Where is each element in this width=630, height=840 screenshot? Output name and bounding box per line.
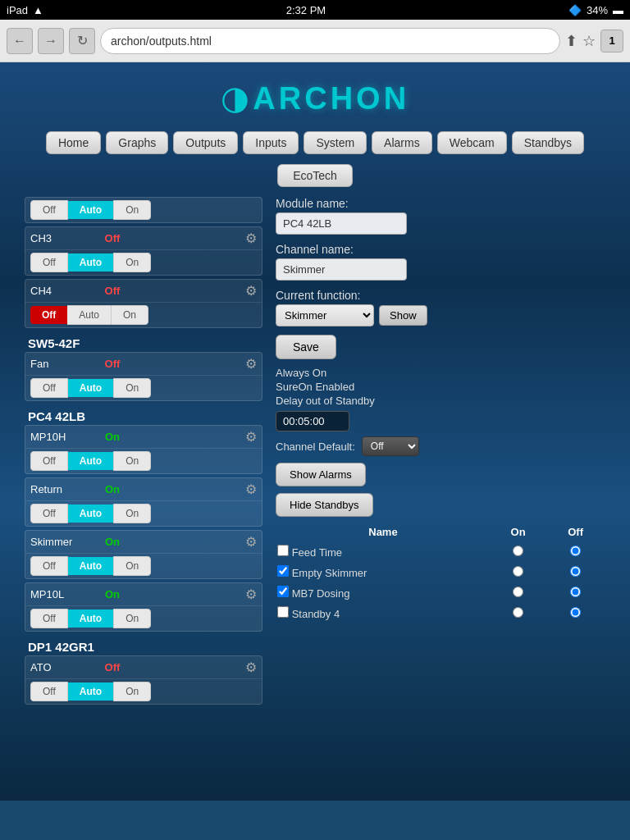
nav-system[interactable]: System [304, 131, 367, 154]
pc4-header: PC4 42LB [25, 404, 262, 425]
status-left: iPad ▲ [7, 4, 43, 16]
ch3-on-button[interactable]: On [113, 253, 151, 272]
url-bar[interactable]: archon/outputs.html [100, 28, 560, 54]
nav-alarms[interactable]: Alarms [372, 131, 432, 154]
save-button[interactable]: Save [276, 335, 336, 359]
nav-webcam[interactable]: Webcam [437, 131, 507, 154]
mp10h-status: On [88, 431, 137, 443]
function-select[interactable]: Skimmer [276, 304, 374, 326]
carrier-label: iPad [7, 4, 28, 16]
back-button[interactable]: ← [7, 28, 33, 54]
standby4-off-radio[interactable] [570, 607, 581, 618]
mp10h-on-button[interactable]: On [113, 451, 151, 471]
channel-default-select[interactable]: Off On [362, 436, 419, 456]
standby4-label: Standby 4 [292, 608, 340, 620]
ch3-auto-button[interactable]: Auto [68, 253, 113, 272]
tab-count[interactable]: 1 [600, 30, 623, 52]
skimmer-group: Skimmer On ⚙ Off Auto On [25, 530, 262, 579]
return-on-button[interactable]: On [113, 504, 151, 523]
return-toggle-row: Off Auto On [25, 501, 262, 526]
skimmer-status: On [88, 536, 137, 548]
mp10h-gear-icon[interactable]: ⚙ [245, 429, 257, 445]
standbys-off-header: Off [547, 523, 604, 541]
mp10l-on-button[interactable]: On [113, 609, 151, 628]
forward-button[interactable]: → [38, 28, 64, 54]
function-group: Current function: Skimmer Show [276, 289, 605, 326]
reload-button[interactable]: ↻ [69, 28, 95, 54]
return-auto-button[interactable]: Auto [68, 504, 113, 523]
standby-name-mb7dosing: MB7 Dosing [277, 583, 489, 602]
ato-on-button[interactable]: On [113, 682, 151, 701]
feedtime-off-radio[interactable] [570, 546, 581, 556]
mp10l-off-button[interactable]: Off [30, 609, 68, 628]
skimmer-on-button[interactable]: On [113, 556, 151, 576]
ch4-off-button[interactable]: Off [30, 306, 67, 324]
standby4-on-radio[interactable] [513, 607, 523, 618]
mp10h-off-button[interactable]: Off [30, 451, 68, 471]
ch4-group: CH4 Off ⚙ Off Auto On [25, 279, 262, 328]
ecotech-button[interactable]: EcoTech [277, 164, 353, 187]
ato-gear-icon[interactable]: ⚙ [245, 660, 257, 675]
skimmer-auto-button[interactable]: Auto [68, 557, 113, 575]
nav-standbys[interactable]: Standbys [512, 131, 584, 154]
mp10l-gear-icon[interactable]: ⚙ [245, 587, 257, 602]
emptyskimmer-on-cell [491, 563, 546, 582]
table-row: MB7 Dosing [277, 583, 604, 602]
skimmer-toggle-row: Off Auto On [25, 554, 262, 578]
emptyskimmer-checkbox[interactable] [277, 565, 289, 577]
top-auto-button[interactable]: Auto [68, 201, 113, 219]
share-icon[interactable]: ⬆ [565, 32, 578, 50]
emptyskimmer-on-radio[interactable] [513, 566, 523, 577]
mp10l-auto-button[interactable]: Auto [68, 609, 113, 628]
sw5-header: SW5-42F [25, 331, 262, 352]
standby4-checkbox[interactable] [277, 606, 289, 618]
nav-home[interactable]: Home [46, 131, 101, 154]
ch4-row: CH4 Off ⚙ [25, 280, 262, 303]
emptyskimmer-off-radio[interactable] [570, 566, 581, 577]
mb7dosing-on-radio[interactable] [513, 587, 523, 597]
ch3-gear-icon[interactable]: ⚙ [245, 231, 257, 246]
ch3-off-button[interactable]: Off [30, 253, 68, 272]
top-on-button[interactable]: On [113, 200, 151, 220]
mp10h-row: MP10H On ⚙ [25, 426, 262, 449]
mp10h-auto-button[interactable]: Auto [68, 452, 113, 470]
sw5-group: Fan Off ⚙ Off Auto On [25, 352, 262, 401]
standby-name-emptyskimmer: Empty Skimmer [277, 563, 489, 582]
feedtime-label: Feed Time [292, 546, 342, 559]
standby-name-standby4: Standby 4 [277, 604, 489, 623]
ato-auto-button[interactable]: Auto [68, 682, 113, 701]
nav-inputs[interactable]: Inputs [243, 131, 299, 154]
fan-auto-button[interactable]: Auto [68, 379, 113, 397]
fan-off-button[interactable]: Off [30, 378, 68, 398]
ch4-on-button[interactable]: On [111, 305, 148, 325]
nav-graphs[interactable]: Graphs [106, 131, 168, 154]
hide-standbys-button[interactable]: Hide Standbys [276, 493, 373, 517]
top-off-button[interactable]: Off [30, 200, 68, 220]
ch4-gear-icon[interactable]: ⚙ [245, 283, 257, 299]
ato-group: ATO Off ⚙ Off Auto On [25, 655, 262, 705]
mb7dosing-off-radio[interactable] [570, 587, 581, 597]
mb7dosing-label: MB7 Dosing [292, 587, 350, 600]
browser-icons: ⬆ ☆ 1 [565, 30, 623, 52]
return-off-button[interactable]: Off [30, 504, 68, 523]
skimmer-gear-icon[interactable]: ⚙ [245, 534, 257, 550]
delay-time-input[interactable] [276, 411, 349, 431]
fan-gear-icon[interactable]: ⚙ [245, 356, 257, 372]
feedtime-on-radio[interactable] [513, 546, 523, 556]
fan-on-button[interactable]: On [113, 378, 151, 398]
skimmer-label: Skimmer [30, 536, 88, 548]
skimmer-off-button[interactable]: Off [30, 556, 68, 576]
ato-off-button[interactable]: Off [30, 682, 68, 701]
channel-name-input[interactable] [276, 258, 407, 281]
bookmark-icon[interactable]: ☆ [582, 32, 596, 50]
mb7dosing-checkbox[interactable] [277, 586, 289, 597]
show-alarms-button[interactable]: Show Alarms [276, 463, 366, 486]
ch4-auto-button[interactable]: Auto [67, 305, 111, 325]
ch3-status: Off [88, 232, 137, 244]
return-gear-icon[interactable]: ⚙ [245, 482, 257, 497]
show-function-button[interactable]: Show [379, 305, 427, 326]
nav-outputs[interactable]: Outputs [173, 131, 238, 154]
return-group: Return On ⚙ Off Auto On [25, 477, 262, 527]
module-name-input[interactable] [276, 212, 407, 235]
feedtime-checkbox[interactable] [277, 545, 289, 556]
